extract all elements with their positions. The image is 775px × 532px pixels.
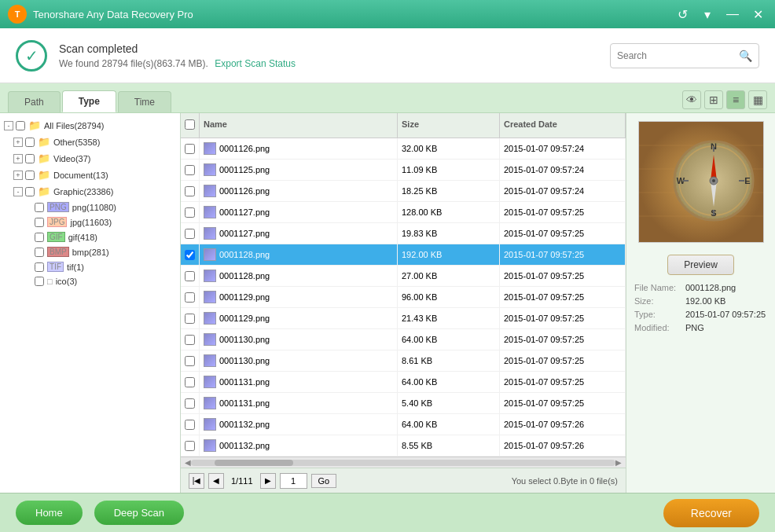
info-type: Type: 2015-01-07 09:57:25 [634, 310, 767, 319]
scroll-thumb[interactable] [215, 460, 293, 466]
file-checkbox[interactable] [185, 398, 195, 409]
view-eye-button[interactable]: 👁 [682, 90, 701, 109]
tree-check-bmp[interactable] [35, 248, 44, 257]
file-checkbox[interactable] [185, 420, 195, 430]
file-checkbox[interactable] [185, 165, 195, 175]
file-thumb [204, 333, 216, 346]
search-input[interactable] [617, 50, 739, 61]
table-row[interactable]: 0001125.png 11.09 KB 2015-01-07 09:57:24 [181, 160, 626, 181]
file-name: 0001132.png [219, 420, 270, 429]
table-row[interactable]: 0001126.png 18.25 KB 2015-01-07 09:57:24 [181, 181, 626, 202]
tree-check-ico[interactable] [35, 277, 44, 286]
tree-item-ico[interactable]: □ ico(3) [19, 274, 180, 288]
tree-item-video[interactable]: + 📁 Video(37) [9, 150, 180, 167]
tree-item-jpg[interactable]: JPG jpg(11603) [19, 215, 180, 229]
table-row[interactable]: 0001129.png 96.00 KB 2015-01-07 09:57:25 [181, 287, 626, 308]
file-date-cell: 2015-01-07 09:57:26 [500, 435, 626, 456]
view-grid-button[interactable]: ⊞ [704, 90, 723, 109]
tree-check-png[interactable] [35, 203, 44, 212]
scan-status-title: Scan completed [59, 42, 610, 55]
file-checkbox[interactable] [185, 377, 195, 387]
go-button[interactable]: Go [311, 474, 337, 488]
table-row[interactable]: 0001131.png 5.40 KB 2015-01-07 09:57:25 [181, 393, 626, 414]
recover-button[interactable]: Recover [663, 499, 759, 527]
file-rows: 0001126.png 32.00 KB 2015-01-07 09:57:24… [181, 138, 626, 457]
tree-item-png[interactable]: PNG png(11080) [19, 200, 180, 215]
tree-check-video[interactable] [25, 154, 35, 163]
file-date-cell: 2015-01-07 09:57:25 [500, 372, 626, 392]
deep-scan-button[interactable]: Deep Scan [94, 501, 184, 525]
tree-check-jpg[interactable] [35, 218, 44, 227]
svg-text:T: T [15, 9, 20, 19]
home-button[interactable]: Home [16, 501, 83, 525]
file-name-cell: 0001131.png [200, 393, 398, 413]
file-check-cell [181, 287, 200, 307]
restore-button[interactable]: ↺ [673, 5, 692, 24]
table-row[interactable]: 0001128.png 27.00 KB 2015-01-07 09:57:25 [181, 266, 626, 287]
tree-item-tif[interactable]: TIF tif(1) [19, 259, 180, 274]
file-name: 0001126.png [219, 144, 270, 153]
view-list-button[interactable]: ≡ [726, 90, 745, 109]
tree-item-other[interactable]: + 📁 Other(5358) [9, 134, 180, 150]
tree-expand-other[interactable]: + [13, 138, 23, 147]
scroll-track[interactable] [191, 460, 615, 466]
tree-item-bmp[interactable]: BMP bmp(281) [19, 244, 180, 259]
tree-item-graphic[interactable]: - 📁 Graphic(23386) [9, 183, 180, 200]
table-row[interactable]: 0001126.png 32.00 KB 2015-01-07 09:57:24 [181, 138, 626, 160]
tab-type[interactable]: Type [62, 90, 116, 112]
table-row[interactable]: 0001130.png 64.00 KB 2015-01-07 09:57:25 [181, 329, 626, 350]
file-checkbox[interactable] [185, 250, 195, 260]
tree-item-gif[interactable]: GIF gif(418) [19, 229, 180, 244]
preview-button[interactable]: Preview [667, 255, 734, 275]
check-all-files[interactable] [185, 119, 195, 130]
table-row[interactable]: 0001130.png 8.61 KB 2015-01-07 09:57:25 [181, 350, 626, 372]
tree-check-other[interactable] [25, 138, 35, 147]
tree-check-all[interactable] [16, 121, 25, 130]
file-checkbox[interactable] [185, 186, 195, 196]
view-detail-button[interactable]: ▦ [748, 90, 767, 109]
file-checkbox[interactable] [185, 314, 195, 324]
tree-item-all[interactable]: - 📁 All Files(28794) [0, 117, 180, 134]
file-name-cell: 0001127.png [200, 202, 398, 222]
close-button[interactable]: ✕ [748, 5, 767, 24]
table-row[interactable]: 0001132.png 8.55 KB 2015-01-07 09:57:26 [181, 435, 626, 457]
prev-page-button[interactable]: ◀ [208, 473, 224, 489]
tab-path[interactable]: Path [8, 91, 61, 112]
tree-check-document[interactable] [25, 171, 35, 180]
tree-check-graphic[interactable] [25, 187, 35, 196]
export-link[interactable]: Export Scan Status [215, 58, 296, 69]
file-checkbox[interactable] [185, 144, 195, 154]
page-number-input[interactable]: 1 [280, 473, 307, 489]
next-page-button[interactable]: ▶ [260, 473, 276, 489]
filename-label: File Name: [634, 283, 685, 292]
file-checkbox[interactable] [185, 229, 195, 239]
table-row[interactable]: 0001129.png 21.43 KB 2015-01-07 09:57:25 [181, 308, 626, 329]
table-row[interactable]: 0001128.png 192.00 KB 2015-01-07 09:57:2… [181, 244, 626, 266]
tabs-bar: Path Type Time 👁 ⊞ ≡ ▦ [0, 83, 775, 113]
pagination-bar: |◀ ◀ 1/111 ▶ 1 Go You select 0.Byte in 0… [181, 468, 626, 493]
tree-expand-document[interactable]: + [13, 171, 23, 180]
first-page-button[interactable]: |◀ [189, 473, 204, 489]
tree-item-document[interactable]: + 📁 Document(13) [9, 167, 180, 183]
file-checkbox[interactable] [185, 292, 195, 303]
table-row[interactable]: 0001127.png 128.00 KB 2015-01-07 09:57:2… [181, 202, 626, 223]
table-row[interactable]: 0001132.png 64.00 KB 2015-01-07 09:57:26 [181, 414, 626, 435]
tree-check-gif[interactable] [35, 233, 44, 242]
file-checkbox[interactable] [185, 441, 195, 451]
table-row[interactable]: 0001131.png 64.00 KB 2015-01-07 09:57:25 [181, 372, 626, 393]
arrow-down-button[interactable]: ▾ [698, 5, 717, 24]
file-date-cell: 2015-01-07 09:57:25 [500, 287, 626, 307]
file-checkbox[interactable] [185, 335, 195, 345]
file-size-cell: 128.00 KB [398, 202, 500, 222]
tree-expand-video[interactable]: + [13, 154, 23, 163]
table-row[interactable]: 0001127.png 19.83 KB 2015-01-07 09:57:25 [181, 223, 626, 244]
tab-time[interactable]: Time [118, 91, 171, 112]
file-checkbox[interactable] [185, 207, 195, 218]
tree-expand-all[interactable]: - [4, 121, 13, 130]
tree-expand-graphic[interactable]: - [13, 187, 23, 196]
file-checkbox[interactable] [185, 356, 195, 366]
file-checkbox[interactable] [185, 271, 195, 281]
tree-check-tif[interactable] [35, 262, 44, 272]
tree-label-tif: tif(1) [67, 262, 84, 272]
minimize-button[interactable]: — [723, 5, 742, 24]
